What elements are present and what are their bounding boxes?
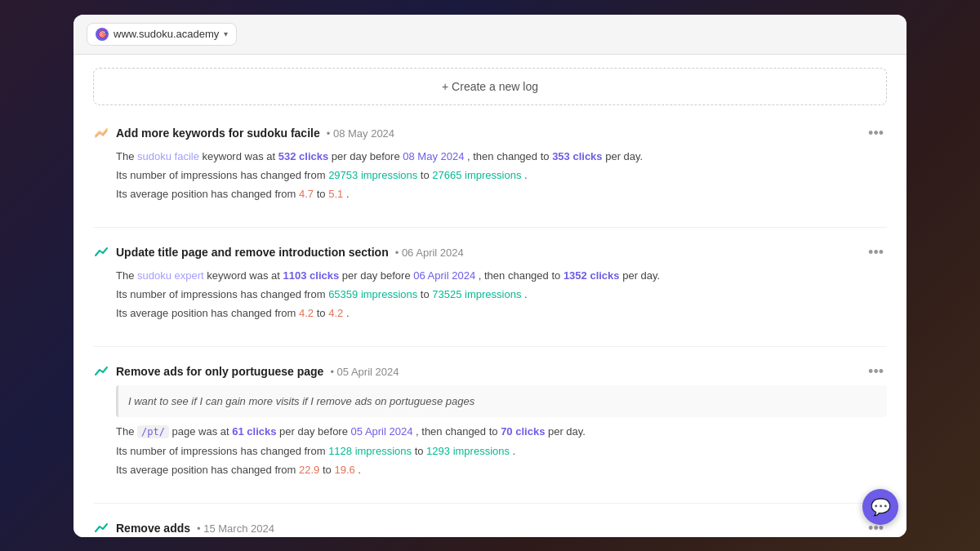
site-icon: 🎯 xyxy=(96,28,109,41)
log-date: • 15 March 2024 xyxy=(197,522,274,535)
clicks-to: 1352 clicks xyxy=(564,269,620,282)
date-highlight: 08 May 2024 xyxy=(403,150,464,162)
log-title: Add more keywords for sudoku facile xyxy=(116,127,320,140)
trend-icon xyxy=(93,363,109,380)
log-entry: Add more keywords for sudoku facile • 08… xyxy=(93,125,887,204)
more-options-button[interactable]: ••• xyxy=(865,244,887,261)
position-from: 22.9 xyxy=(299,464,319,476)
text-static: keyword was at xyxy=(204,269,283,282)
log-entry: Update title page and remove introductio… xyxy=(93,244,887,323)
log-header: Add more keywords for sudoku facile • 08… xyxy=(93,125,887,142)
date-highlight: 06 April 2024 xyxy=(413,269,475,282)
log-entry: Remove adds • 15 March 2024 ••• The webs… xyxy=(93,520,887,537)
page-highlight: /pt/ xyxy=(137,425,169,438)
text-static: to xyxy=(412,445,426,457)
text-static: . xyxy=(343,307,349,319)
clicks-from: 61 clicks xyxy=(232,425,276,438)
position-to: 5.1 xyxy=(328,188,343,200)
text-static: . xyxy=(343,188,349,200)
text-static: per day. xyxy=(545,425,586,438)
clicks-to: 353 clicks xyxy=(552,150,602,162)
text-static: page was at xyxy=(169,425,232,438)
text-static: The xyxy=(116,269,137,282)
clicks-from: 532 clicks xyxy=(278,150,328,162)
log-date: • 08 May 2024 xyxy=(327,127,394,140)
text-static: per day before xyxy=(339,269,413,282)
chevron-down-icon: ▾ xyxy=(224,29,228,38)
content-area: + Create a new log Add more keywords for… xyxy=(74,55,906,537)
log-body: I want to see if I can gain more visits … xyxy=(93,385,887,480)
position-from: 4.2 xyxy=(299,307,314,319)
text-static: keyword was at xyxy=(199,150,278,162)
text-static: . xyxy=(355,464,361,476)
trend-icon xyxy=(93,520,109,536)
trend-icon xyxy=(93,244,109,260)
text-static: to xyxy=(319,464,334,476)
log-header: Remove ads for only portuguese page • 05… xyxy=(93,363,887,380)
text-static: to xyxy=(314,188,328,200)
text-static: Its number of impressions has changed fr… xyxy=(116,445,328,457)
more-options-button[interactable]: ••• xyxy=(865,363,887,380)
text-static: Its average position has changed from xyxy=(116,307,299,319)
log-title: Update title page and remove introductio… xyxy=(116,246,389,259)
log-date: • 05 April 2024 xyxy=(330,366,399,378)
impressions-to: 1293 impressions xyxy=(426,445,510,457)
text-static: Its number of impressions has changed fr… xyxy=(116,288,328,300)
keyword-highlight: sudoku expert xyxy=(137,269,204,282)
log-body: The sudoku expert keyword was at 1103 cl… xyxy=(93,266,887,323)
text-static: , then changed to xyxy=(412,425,501,438)
log-header: Update title page and remove introductio… xyxy=(93,244,887,261)
log-body: The sudoku facile keyword was at 532 cli… xyxy=(93,147,887,204)
text-static: to xyxy=(314,307,328,319)
text-static: per day before xyxy=(276,425,350,438)
log-date: • 06 April 2024 xyxy=(395,247,464,259)
log-title-row: Add more keywords for sudoku facile • 08… xyxy=(93,125,394,141)
clicks-to: 70 clicks xyxy=(501,425,545,438)
top-bar: 🎯 www.sudoku.academy ▾ xyxy=(74,15,906,55)
position-to: 19.6 xyxy=(334,464,354,476)
log-note: I want to see if I can gain more visits … xyxy=(116,385,887,417)
text-static: to xyxy=(417,169,432,181)
date-highlight: 05 April 2024 xyxy=(351,425,413,438)
impressions-to: 27665 impressions xyxy=(432,169,521,181)
text-static: . xyxy=(521,169,527,181)
chat-button[interactable]: 💬 xyxy=(862,489,898,525)
text-static: The xyxy=(116,425,137,438)
site-url-label: www.sudoku.academy xyxy=(114,28,219,40)
text-static: Its number of impressions has changed fr… xyxy=(116,169,328,181)
log-title-row: Update title page and remove introductio… xyxy=(93,244,464,260)
log-title: Remove adds xyxy=(116,522,190,535)
text-static: per day before xyxy=(328,150,403,162)
trend-icon xyxy=(93,125,109,141)
more-options-button[interactable]: ••• xyxy=(865,125,887,142)
text-static: . xyxy=(510,445,515,457)
text-static: , then changed to xyxy=(475,269,564,282)
impressions-from: 29753 impressions xyxy=(328,169,417,181)
text-static: to xyxy=(417,288,432,300)
text-static: Its average position has changed from xyxy=(116,464,299,476)
log-title: Remove ads for only portuguese page xyxy=(116,365,323,378)
log-title-row: Remove ads for only portuguese page • 05… xyxy=(93,363,399,380)
log-entry: Remove ads for only portuguese page • 05… xyxy=(93,363,887,480)
log-header: Remove adds • 15 March 2024 ••• xyxy=(93,520,887,537)
position-from: 4.7 xyxy=(299,188,314,200)
clicks-from: 1103 clicks xyxy=(283,269,340,282)
site-selector[interactable]: 🎯 www.sudoku.academy ▾ xyxy=(87,23,237,46)
text-static: per day. xyxy=(603,150,644,162)
text-static: The xyxy=(116,150,137,162)
text-static: , then changed to xyxy=(464,150,552,162)
text-static: per day. xyxy=(620,269,661,282)
main-window: 🎯 www.sudoku.academy ▾ + Create a new lo… xyxy=(74,15,906,537)
text-static: . xyxy=(521,288,527,300)
position-to: 4.2 xyxy=(328,307,343,319)
log-title-row: Remove adds • 15 March 2024 xyxy=(93,520,274,536)
keyword-highlight: sudoku facile xyxy=(137,150,199,162)
impressions-from: 1128 impressions xyxy=(328,445,412,457)
impressions-to: 73525 impressions xyxy=(432,288,521,300)
create-log-button[interactable]: + Create a new log xyxy=(93,68,887,105)
text-static: Its average position has changed from xyxy=(116,188,299,200)
impressions-from: 65359 impressions xyxy=(328,288,417,300)
